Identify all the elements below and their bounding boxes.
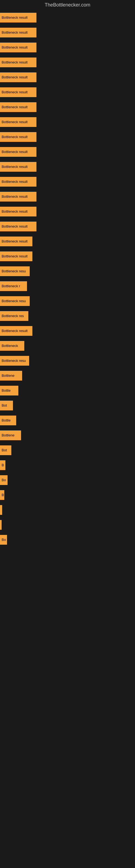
bar-row: Bottleneck result [0, 159, 135, 174]
result-bar[interactable]: Bottleneck result [0, 251, 32, 261]
result-bar[interactable]: Bottlene [0, 431, 21, 440]
result-bar[interactable]: Bottleneck result [0, 58, 37, 67]
bar-row: Bottleneck result [0, 144, 135, 159]
bar-row: Bot [0, 398, 135, 413]
bar-row: Bottleneck result [0, 25, 135, 40]
result-bar[interactable]: Bottleneck result [0, 222, 37, 231]
bars-container: Bottleneck resultBottleneck resultBottle… [0, 10, 135, 547]
bar-row: Bottleneck result [0, 249, 135, 264]
result-bar[interactable]: Bottleneck result [0, 132, 37, 142]
result-bar[interactable]: Bottleneck result [0, 326, 32, 336]
bar-row: Bottlene [0, 368, 135, 383]
bar-row: Bo [0, 532, 135, 547]
bar-row: Bottleneck result [0, 129, 135, 144]
result-bar[interactable]: Bottleneck result [0, 28, 37, 37]
bar-row [0, 502, 135, 517]
result-bar[interactable]: Bottleneck result [0, 13, 37, 23]
bar-row: Bo [0, 472, 135, 488]
result-bar[interactable]: Bo [0, 475, 8, 485]
site-title: TheBottlenecker.com [0, 0, 135, 10]
bar-row: Bottleneck result [0, 204, 135, 219]
bar-row: Bottleneck result [0, 99, 135, 115]
bar-row: Bottleneck result [0, 40, 135, 55]
result-bar[interactable]: Bottleneck resu [0, 296, 30, 306]
bar-row: Bottleneck resu [0, 293, 135, 308]
bar-row: Bottleneck result [0, 189, 135, 204]
bar-row: Bot [0, 443, 135, 458]
bar-row: Bottleneck [0, 338, 135, 353]
result-bar[interactable]: Bottleneck result [0, 72, 37, 82]
result-bar[interactable]: Bottleneck [0, 341, 24, 351]
result-bar[interactable]: Bot [0, 401, 13, 410]
result-bar[interactable]: Bottleneck result [0, 147, 37, 157]
result-bar[interactable]: Bottleneck result [0, 117, 37, 127]
bar-row: Bottleneck result [0, 85, 135, 99]
bar-row: Bottleneck result [0, 55, 135, 70]
bar-row: Bottleneck result [0, 10, 135, 25]
result-bar[interactable]: Bottleneck r [0, 281, 27, 291]
result-bar[interactable]: B [0, 490, 4, 500]
result-bar[interactable]: Bo [0, 535, 7, 545]
result-bar[interactable] [0, 505, 2, 515]
bar-row: B [0, 458, 135, 472]
result-bar[interactable]: Bottleneck res [0, 311, 28, 321]
result-bar[interactable]: Bottlene [0, 371, 22, 380]
result-bar[interactable]: Bottleneck resu [0, 267, 30, 276]
bar-row: Bottleneck result [0, 174, 135, 189]
result-bar[interactable]: Bottleneck result [0, 162, 37, 172]
bar-row: Bottle [0, 383, 135, 398]
result-bar[interactable]: Bot [0, 445, 11, 455]
bar-row: Bottleneck r [0, 279, 135, 293]
result-bar[interactable]: Bottleneck result [0, 237, 32, 246]
bar-row: Bottleneck result [0, 234, 135, 249]
bar-row: Bottle [0, 413, 135, 428]
result-bar[interactable] [0, 520, 2, 530]
result-bar[interactable]: Bottleneck resu [0, 356, 29, 366]
result-bar[interactable]: Bottle [0, 415, 16, 425]
result-bar[interactable]: Bottleneck result [0, 42, 37, 52]
bar-row: Bottleneck res [0, 308, 135, 323]
bar-row: B [0, 488, 135, 502]
result-bar[interactable]: Bottleneck result [0, 192, 37, 202]
result-bar[interactable]: Bottleneck result [0, 207, 37, 216]
result-bar[interactable]: B [0, 460, 5, 470]
bar-row: Bottleneck result [0, 70, 135, 85]
bar-row: Bottlene [0, 428, 135, 443]
result-bar[interactable]: Bottleneck result [0, 177, 37, 187]
bar-row: Bottleneck result [0, 115, 135, 129]
bar-row [0, 517, 135, 532]
bar-row: Bottleneck result [0, 323, 135, 338]
result-bar[interactable]: Bottleneck result [0, 102, 37, 112]
bar-row: Bottleneck result [0, 219, 135, 234]
result-bar[interactable]: Bottle [0, 386, 18, 396]
bar-row: Bottleneck resu [0, 264, 135, 279]
result-bar[interactable]: Bottleneck result [0, 87, 37, 97]
site-title-wrapper: TheBottlenecker.com [0, 0, 135, 10]
bar-row: Bottleneck resu [0, 353, 135, 368]
